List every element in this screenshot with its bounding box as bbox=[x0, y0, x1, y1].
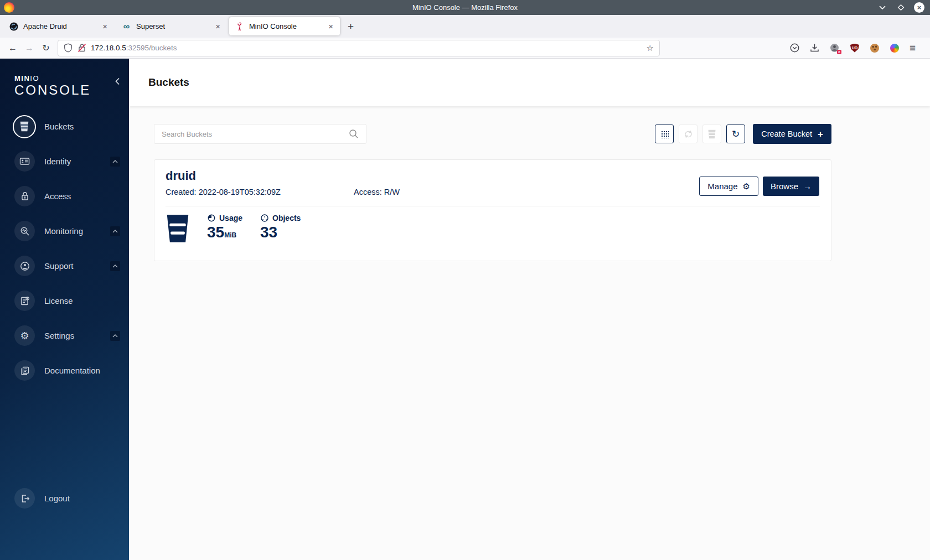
firefox-logo-icon bbox=[4, 2, 14, 13]
tab-bar: Apache Druid × ∞ Superset × MinIO Consol… bbox=[0, 15, 930, 38]
documentation-book-icon bbox=[14, 360, 35, 381]
tab-close-icon[interactable]: × bbox=[100, 22, 110, 31]
sidebar-item-label: Identity bbox=[44, 157, 71, 166]
extension-badge: × bbox=[837, 50, 841, 54]
url-host: 172.18.0.5 bbox=[91, 44, 126, 52]
chevron-up-icon[interactable] bbox=[110, 261, 120, 271]
sidebar: MINIO CONSOLE Buckets bbox=[0, 59, 129, 560]
sidebar-item-label: Access bbox=[44, 191, 71, 201]
page-title: Buckets bbox=[148, 76, 189, 89]
sidebar-item-monitoring[interactable]: Monitoring bbox=[0, 214, 129, 248]
sidebar-item-identity[interactable]: Identity bbox=[0, 144, 129, 179]
support-person-icon bbox=[14, 256, 35, 276]
sidebar-item-settings[interactable]: ⚙ Settings bbox=[0, 318, 129, 353]
firefox-window: MinIO Console — Mozilla Firefox × Apache… bbox=[0, 0, 930, 560]
lock-icon bbox=[14, 186, 35, 206]
window-title: MinIO Console — Mozilla Firefox bbox=[0, 3, 930, 12]
pinwheel-extension-icon[interactable] bbox=[890, 43, 900, 53]
sidebar-item-label: Monitoring bbox=[44, 226, 83, 236]
sidebar-collapse-icon[interactable] bbox=[115, 77, 120, 85]
plus-icon: + bbox=[818, 129, 823, 139]
search-box bbox=[154, 124, 366, 144]
chevron-up-icon[interactable] bbox=[110, 157, 120, 167]
tab-apache-druid[interactable]: Apache Druid × bbox=[3, 17, 114, 35]
set-replication-button[interactable] bbox=[679, 125, 698, 143]
maximize-button[interactable] bbox=[896, 3, 906, 13]
create-bucket-button[interactable]: Create Bucket+ bbox=[753, 124, 831, 144]
sidebar-item-logout[interactable]: Logout bbox=[0, 481, 129, 516]
cookie-extension-icon[interactable] bbox=[870, 43, 880, 53]
tab-label: MinIO Console bbox=[249, 22, 326, 30]
minio-favicon-icon bbox=[235, 22, 244, 31]
search-icon bbox=[349, 129, 359, 139]
main-content: Buckets bbox=[129, 59, 930, 560]
usage-stat: Usage 35MiB bbox=[207, 214, 242, 243]
hamburger-menu-icon[interactable]: ≡ bbox=[910, 42, 916, 54]
chevron-up-icon[interactable] bbox=[110, 226, 120, 236]
tab-minio-console[interactable]: MinIO Console × bbox=[229, 17, 340, 35]
sidebar-item-buckets[interactable]: Buckets bbox=[0, 109, 129, 144]
objects-stat: Objects 33 bbox=[260, 214, 301, 243]
grid-view-button[interactable] bbox=[655, 125, 674, 143]
account-extension-icon[interactable]: × bbox=[830, 43, 840, 53]
close-button[interactable]: × bbox=[914, 2, 924, 13]
tab-close-icon[interactable]: × bbox=[326, 22, 335, 31]
reload-button[interactable]: ↻ bbox=[38, 40, 54, 56]
minimize-button[interactable] bbox=[877, 3, 887, 13]
arrow-right-icon: → bbox=[803, 182, 812, 191]
manage-button[interactable]: Manage⚙ bbox=[699, 177, 758, 196]
chevron-up-icon[interactable] bbox=[110, 331, 120, 341]
monitoring-search-icon bbox=[14, 221, 35, 241]
browser-toolbar: ← → ↻ 172.18.0.5:32595/buckets ☆ bbox=[0, 38, 930, 59]
sidebar-item-label: Buckets bbox=[44, 122, 74, 131]
forward-button[interactable]: → bbox=[21, 40, 38, 56]
browse-button[interactable]: Browse→ bbox=[763, 177, 819, 196]
window-titlebar: MinIO Console — Mozilla Firefox × bbox=[0, 0, 930, 15]
sidebar-item-support[interactable]: Support bbox=[0, 248, 129, 283]
sidebar-item-label: Logout bbox=[44, 494, 70, 503]
sidebar-item-documentation[interactable]: Documentation bbox=[0, 353, 129, 388]
superset-favicon-icon: ∞ bbox=[122, 22, 131, 31]
bucket-created-label: Created: 2022-08-19T05:32:09Z bbox=[166, 188, 354, 196]
divider bbox=[166, 206, 820, 206]
usage-label: Usage bbox=[219, 214, 242, 222]
search-input[interactable] bbox=[162, 130, 349, 138]
tab-superset[interactable]: ∞ Superset × bbox=[116, 17, 227, 35]
identity-card-icon bbox=[14, 151, 35, 172]
refresh-button[interactable]: ↻ bbox=[726, 125, 745, 143]
sidebar-item-label: Documentation bbox=[44, 366, 100, 375]
objects-value: 33 bbox=[260, 224, 301, 241]
bucket-card: druid Created: 2022-08-19T05:32:09Z Acce… bbox=[154, 159, 831, 261]
usage-unit: MiB bbox=[224, 231, 236, 239]
tab-close-icon[interactable]: × bbox=[213, 22, 223, 31]
logout-icon bbox=[14, 488, 35, 509]
new-tab-button[interactable]: + bbox=[341, 20, 360, 33]
usage-pie-icon bbox=[207, 214, 216, 222]
objects-icon bbox=[260, 214, 269, 222]
bucket-icon bbox=[166, 214, 190, 243]
download-icon[interactable] bbox=[810, 43, 820, 53]
sidebar-item-label: Support bbox=[44, 261, 74, 271]
sidebar-item-label: License bbox=[44, 296, 73, 305]
license-document-icon bbox=[14, 291, 35, 311]
pocket-icon[interactable] bbox=[790, 43, 800, 53]
tab-label: Superset bbox=[136, 22, 213, 30]
sidebar-item-license[interactable]: License bbox=[0, 283, 129, 318]
bucket-icon bbox=[13, 115, 36, 138]
bucket-name-link[interactable]: druid bbox=[166, 169, 196, 183]
minio-logo: MINIO CONSOLE bbox=[0, 59, 129, 98]
gear-icon: ⚙ bbox=[743, 182, 750, 191]
bookmark-star-icon[interactable]: ☆ bbox=[647, 43, 654, 53]
gear-icon: ⚙ bbox=[14, 325, 35, 346]
url-bar[interactable]: 172.18.0.5:32595/buckets ☆ bbox=[58, 40, 660, 56]
insecure-lock-icon[interactable] bbox=[78, 43, 86, 53]
usage-value: 35MiB bbox=[207, 224, 242, 241]
bucket-access-label: Access: R/W bbox=[354, 188, 400, 196]
select-buckets-button[interactable] bbox=[702, 125, 721, 143]
shield-icon[interactable] bbox=[64, 43, 73, 53]
ublock-origin-icon[interactable]: UO bbox=[850, 43, 860, 53]
druid-favicon-icon bbox=[9, 22, 18, 31]
tab-label: Apache Druid bbox=[23, 22, 100, 30]
sidebar-item-access[interactable]: Access bbox=[0, 179, 129, 214]
back-button[interactable]: ← bbox=[4, 40, 21, 56]
